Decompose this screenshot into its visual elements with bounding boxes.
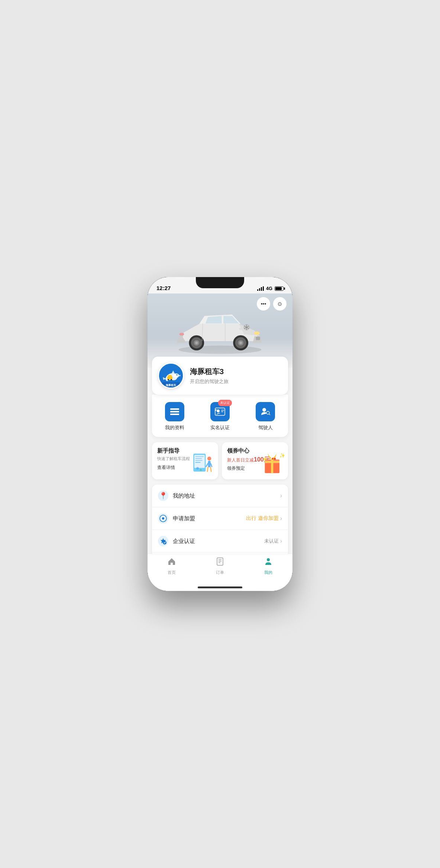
svg-point-13 <box>239 341 242 344</box>
svg-rect-1 <box>256 337 260 340</box>
svg-point-42 <box>196 467 199 470</box>
svg-point-14 <box>254 331 260 335</box>
address-label: 我的地址 <box>173 492 280 499</box>
signal-bars-icon <box>257 286 264 291</box>
driver-icon <box>256 402 275 421</box>
svg-point-40 <box>207 457 211 461</box>
guide-illustration <box>191 450 215 476</box>
svg-point-51 <box>162 517 164 520</box>
orders-nav-label: 订单 <box>216 570 224 575</box>
bottom-nav: 首页 订单 <box>148 554 292 584</box>
mine-nav-label: 我的 <box>264 570 272 575</box>
coupon-banner[interactable]: 领券中心 新人首日立减100元 🎁 领券预定 <box>222 442 288 479</box>
car-svg <box>172 306 268 359</box>
svg-point-18 <box>177 374 178 376</box>
svg-rect-53 <box>217 558 223 565</box>
profile-card: 海豚租车 海豚租车3 开启您的驾驶之旅 <box>152 357 288 395</box>
status-icons: 4G <box>257 286 284 291</box>
screen-content[interactable]: ••• ⊙ <box>148 293 292 554</box>
home-indicator <box>148 584 292 591</box>
car-image <box>172 306 268 359</box>
svg-point-9 <box>195 341 198 344</box>
real-name-icon: 未认证 <box>210 402 230 421</box>
action-my-profile[interactable]: 我的资料 <box>165 402 184 431</box>
address-chevron: › <box>280 492 282 499</box>
battery-icon <box>275 286 284 291</box>
my-profile-icon <box>165 402 184 421</box>
enterprise-chevron: › <box>280 538 282 544</box>
my-profile-label: 我的资料 <box>165 424 184 431</box>
nav-mine[interactable]: 我的 <box>244 557 292 575</box>
franchise-label: 申请加盟 <box>173 515 246 522</box>
franchise-chevron: › <box>280 515 282 522</box>
svg-point-22 <box>171 379 172 380</box>
home-nav-icon <box>167 557 176 568</box>
home-bar <box>198 586 242 588</box>
driver-label: 驾驶人 <box>258 424 273 431</box>
svg-text:⭐: ⭐ <box>263 457 267 461</box>
profile-subtitle: 开启您的驾驶之旅 <box>190 378 282 385</box>
status-time: 12:27 <box>156 285 171 291</box>
menu-item-balance[interactable]: 💰 我的余额 › <box>152 553 288 554</box>
mine-nav-icon <box>264 557 273 568</box>
action-driver[interactable]: 驾驶人 <box>256 402 275 431</box>
menu-item-address[interactable]: 📍 我的地址 › <box>152 485 288 507</box>
svg-text:✨: ✨ <box>279 453 285 459</box>
menu-list: 📍 我的地址 › 申请加盟 出行 邀你加盟 › <box>152 485 288 554</box>
menu-item-franchise[interactable]: 申请加盟 出行 邀你加盟 › <box>152 507 288 530</box>
notch <box>196 277 244 288</box>
svg-point-21 <box>168 379 169 380</box>
menu-item-enterprise[interactable]: 企业认证 未认证 › <box>152 530 288 553</box>
svg-point-29 <box>217 409 220 412</box>
action-real-name[interactable]: 未认证 实名认证 <box>210 402 230 431</box>
svg-point-15 <box>179 333 184 335</box>
svg-point-43 <box>200 469 202 471</box>
nav-home[interactable]: 首页 <box>148 557 196 575</box>
svg-point-33 <box>266 411 269 414</box>
svg-text:海豚租车: 海豚租车 <box>166 383 177 386</box>
enterprise-meta: 未认证 <box>264 538 279 544</box>
profile-info: 海豚租车3 开启您的驾驶之旅 <box>190 367 282 385</box>
network-type: 4G <box>266 286 272 291</box>
home-nav-label: 首页 <box>168 570 176 575</box>
svg-point-57 <box>267 558 270 561</box>
svg-rect-26 <box>170 411 179 412</box>
svg-rect-38 <box>195 460 203 461</box>
franchise-icon <box>158 513 168 524</box>
franchise-meta: 出行 邀你加盟 <box>246 515 279 522</box>
enterprise-label: 企业认证 <box>173 538 264 545</box>
svg-rect-25 <box>170 408 179 410</box>
quick-actions: 我的资料 未认证 实名认证 <box>152 395 288 437</box>
real-name-label: 实名认证 <box>210 424 230 431</box>
svg-rect-36 <box>195 456 204 457</box>
battery-fill <box>275 287 282 290</box>
svg-rect-20 <box>168 375 172 377</box>
banner-row: 新手指导 快速了解租车流程 查看详情 <box>152 442 288 479</box>
uncertified-badge: 未认证 <box>218 400 232 406</box>
svg-rect-27 <box>170 414 179 415</box>
phone-screen: 12:27 4G ••• ⊙ <box>148 277 292 591</box>
coupon-illustration: ✨ ⭐ <box>261 450 285 476</box>
enterprise-icon <box>158 536 168 546</box>
phone-frame: 12:27 4G ••• ⊙ <box>148 277 292 591</box>
nav-orders[interactable]: 订单 <box>196 557 244 575</box>
svg-rect-41 <box>208 461 211 467</box>
record-button[interactable]: ⊙ <box>273 297 287 311</box>
svg-rect-37 <box>195 458 202 459</box>
orders-nav-icon <box>216 557 224 568</box>
svg-rect-47 <box>265 461 279 463</box>
dolphin-logo-svg: 海豚租车 <box>159 364 183 388</box>
address-icon: 📍 <box>158 491 168 501</box>
svg-rect-39 <box>195 462 201 463</box>
profile-name: 海豚租车3 <box>190 367 282 377</box>
svg-point-32 <box>262 408 266 412</box>
guide-banner[interactable]: 新手指导 快速了解租车流程 查看详情 <box>152 442 218 479</box>
avatar: 海豚租车 <box>158 363 184 389</box>
